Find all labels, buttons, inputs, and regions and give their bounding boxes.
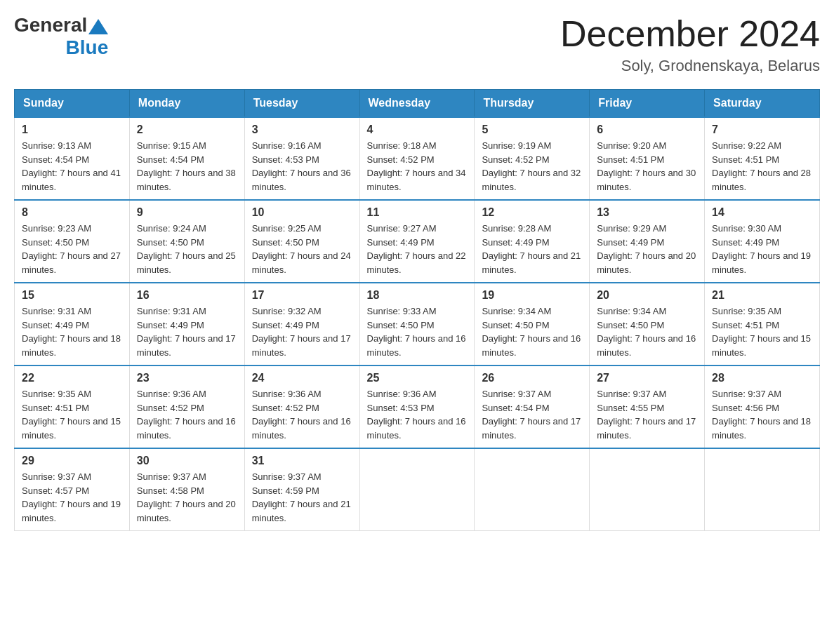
- day-number: 20: [597, 289, 697, 302]
- month-title: December 2024: [560, 14, 820, 54]
- day-number: 8: [22, 206, 122, 219]
- day-number: 21: [712, 289, 812, 302]
- day-info: Sunrise: 9:37 AMSunset: 4:55 PMDaylight:…: [597, 387, 697, 442]
- week-row-2: 8Sunrise: 9:23 AMSunset: 4:50 PMDaylight…: [15, 200, 820, 283]
- logo: General Blue: [14, 14, 108, 59]
- column-header-sunday: Sunday: [15, 90, 130, 118]
- calendar-cell: 30Sunrise: 9:37 AMSunset: 4:58 PMDayligh…: [129, 448, 244, 531]
- day-info: Sunrise: 9:36 AMSunset: 4:52 PMDaylight:…: [137, 387, 237, 442]
- calendar-cell: [590, 448, 705, 531]
- day-number: 10: [252, 206, 352, 219]
- day-number: 28: [712, 372, 812, 384]
- calendar-cell: 13Sunrise: 9:29 AMSunset: 4:49 PMDayligh…: [590, 200, 705, 283]
- calendar-cell: 22Sunrise: 9:35 AMSunset: 4:51 PMDayligh…: [15, 365, 130, 448]
- calendar-cell: 20Sunrise: 9:34 AMSunset: 4:50 PMDayligh…: [590, 283, 705, 365]
- calendar-cell: 28Sunrise: 9:37 AMSunset: 4:56 PMDayligh…: [705, 365, 820, 448]
- day-number: 12: [482, 206, 582, 219]
- day-info: Sunrise: 9:35 AMSunset: 4:51 PMDaylight:…: [712, 304, 812, 359]
- day-info: Sunrise: 9:28 AMSunset: 4:49 PMDaylight:…: [482, 222, 582, 276]
- calendar-cell: [359, 448, 475, 531]
- calendar-cell: 9Sunrise: 9:24 AMSunset: 4:50 PMDaylight…: [129, 200, 244, 283]
- day-number: 11: [367, 206, 468, 219]
- day-number: 13: [597, 206, 697, 219]
- day-number: 1: [22, 123, 122, 136]
- calendar-cell: 2Sunrise: 9:15 AMSunset: 4:54 PMDaylight…: [129, 117, 244, 200]
- svg-marker-0: [88, 19, 108, 34]
- week-row-1: 1Sunrise: 9:13 AMSunset: 4:54 PMDaylight…: [15, 117, 820, 200]
- day-number: 22: [22, 372, 122, 384]
- calendar-cell: 12Sunrise: 9:28 AMSunset: 4:49 PMDayligh…: [475, 200, 590, 283]
- column-header-friday: Friday: [590, 90, 705, 118]
- calendar-cell: 23Sunrise: 9:36 AMSunset: 4:52 PMDayligh…: [129, 365, 244, 448]
- calendar-cell: 14Sunrise: 9:30 AMSunset: 4:49 PMDayligh…: [705, 200, 820, 283]
- day-info: Sunrise: 9:30 AMSunset: 4:49 PMDaylight:…: [712, 222, 812, 276]
- day-info: Sunrise: 9:18 AMSunset: 4:52 PMDaylight:…: [367, 139, 468, 194]
- day-info: Sunrise: 9:36 AMSunset: 4:53 PMDaylight:…: [367, 387, 468, 442]
- calendar-cell: 27Sunrise: 9:37 AMSunset: 4:55 PMDayligh…: [590, 365, 705, 448]
- day-number: 2: [137, 123, 237, 136]
- week-row-3: 15Sunrise: 9:31 AMSunset: 4:49 PMDayligh…: [15, 283, 820, 365]
- day-info: Sunrise: 9:24 AMSunset: 4:50 PMDaylight:…: [137, 222, 237, 276]
- calendar-cell: 3Sunrise: 9:16 AMSunset: 4:53 PMDaylight…: [244, 117, 359, 200]
- calendar-cell: 29Sunrise: 9:37 AMSunset: 4:57 PMDayligh…: [15, 448, 130, 531]
- calendar-table: SundayMondayTuesdayWednesdayThursdayFrid…: [14, 89, 820, 531]
- day-number: 30: [137, 455, 237, 467]
- day-number: 19: [482, 289, 582, 302]
- calendar-cell: 6Sunrise: 9:20 AMSunset: 4:51 PMDaylight…: [590, 117, 705, 200]
- column-header-saturday: Saturday: [705, 90, 820, 118]
- logo-triangle-icon: [88, 19, 108, 34]
- day-info: Sunrise: 9:27 AMSunset: 4:49 PMDaylight:…: [367, 222, 468, 276]
- header-row: SundayMondayTuesdayWednesdayThursdayFrid…: [15, 90, 820, 118]
- page-header: General Blue December 2024 Soly, Grodnen…: [14, 14, 820, 75]
- day-number: 29: [22, 455, 122, 467]
- calendar-cell: 16Sunrise: 9:31 AMSunset: 4:49 PMDayligh…: [129, 283, 244, 365]
- day-number: 27: [597, 372, 697, 384]
- day-number: 26: [482, 372, 582, 384]
- day-number: 5: [482, 123, 582, 136]
- day-info: Sunrise: 9:33 AMSunset: 4:50 PMDaylight:…: [367, 304, 468, 359]
- day-number: 24: [252, 372, 352, 384]
- day-info: Sunrise: 9:37 AMSunset: 4:54 PMDaylight:…: [482, 387, 582, 442]
- day-number: 3: [252, 123, 352, 136]
- day-number: 31: [252, 455, 352, 467]
- day-number: 9: [137, 206, 237, 219]
- calendar-cell: 19Sunrise: 9:34 AMSunset: 4:50 PMDayligh…: [475, 283, 590, 365]
- calendar-cell: [475, 448, 590, 531]
- day-info: Sunrise: 9:31 AMSunset: 4:49 PMDaylight:…: [137, 304, 237, 359]
- day-number: 23: [137, 372, 237, 384]
- day-info: Sunrise: 9:29 AMSunset: 4:49 PMDaylight:…: [597, 222, 697, 276]
- day-info: Sunrise: 9:36 AMSunset: 4:52 PMDaylight:…: [252, 387, 352, 442]
- calendar-cell: 4Sunrise: 9:18 AMSunset: 4:52 PMDaylight…: [359, 117, 475, 200]
- calendar-cell: 17Sunrise: 9:32 AMSunset: 4:49 PMDayligh…: [244, 283, 359, 365]
- day-info: Sunrise: 9:34 AMSunset: 4:50 PMDaylight:…: [597, 304, 697, 359]
- column-header-wednesday: Wednesday: [359, 90, 475, 118]
- day-number: 16: [137, 289, 237, 302]
- calendar-cell: 8Sunrise: 9:23 AMSunset: 4:50 PMDaylight…: [15, 200, 130, 283]
- calendar-cell: 24Sunrise: 9:36 AMSunset: 4:52 PMDayligh…: [244, 365, 359, 448]
- day-info: Sunrise: 9:31 AMSunset: 4:49 PMDaylight:…: [22, 304, 122, 359]
- column-header-thursday: Thursday: [475, 90, 590, 118]
- day-info: Sunrise: 9:37 AMSunset: 4:56 PMDaylight:…: [712, 387, 812, 442]
- day-number: 17: [252, 289, 352, 302]
- calendar-cell: [705, 448, 820, 531]
- day-info: Sunrise: 9:20 AMSunset: 4:51 PMDaylight:…: [597, 139, 697, 194]
- day-number: 7: [712, 123, 812, 136]
- calendar-cell: 25Sunrise: 9:36 AMSunset: 4:53 PMDayligh…: [359, 365, 475, 448]
- day-info: Sunrise: 9:37 AMSunset: 4:57 PMDaylight:…: [22, 470, 122, 525]
- day-number: 18: [367, 289, 468, 302]
- day-info: Sunrise: 9:37 AMSunset: 4:59 PMDaylight:…: [252, 470, 352, 525]
- calendar-cell: 11Sunrise: 9:27 AMSunset: 4:49 PMDayligh…: [359, 200, 475, 283]
- day-info: Sunrise: 9:32 AMSunset: 4:49 PMDaylight:…: [252, 304, 352, 359]
- calendar-cell: 5Sunrise: 9:19 AMSunset: 4:52 PMDaylight…: [475, 117, 590, 200]
- calendar-cell: 15Sunrise: 9:31 AMSunset: 4:49 PMDayligh…: [15, 283, 130, 365]
- day-number: 14: [712, 206, 812, 219]
- day-info: Sunrise: 9:13 AMSunset: 4:54 PMDaylight:…: [22, 139, 122, 194]
- day-number: 15: [22, 289, 122, 302]
- day-info: Sunrise: 9:34 AMSunset: 4:50 PMDaylight:…: [482, 304, 582, 359]
- calendar-cell: 10Sunrise: 9:25 AMSunset: 4:50 PMDayligh…: [244, 200, 359, 283]
- day-info: Sunrise: 9:37 AMSunset: 4:58 PMDaylight:…: [137, 470, 237, 525]
- day-info: Sunrise: 9:16 AMSunset: 4:53 PMDaylight:…: [252, 139, 352, 194]
- day-info: Sunrise: 9:25 AMSunset: 4:50 PMDaylight:…: [252, 222, 352, 276]
- week-row-5: 29Sunrise: 9:37 AMSunset: 4:57 PMDayligh…: [15, 448, 820, 531]
- calendar-cell: 7Sunrise: 9:22 AMSunset: 4:51 PMDaylight…: [705, 117, 820, 200]
